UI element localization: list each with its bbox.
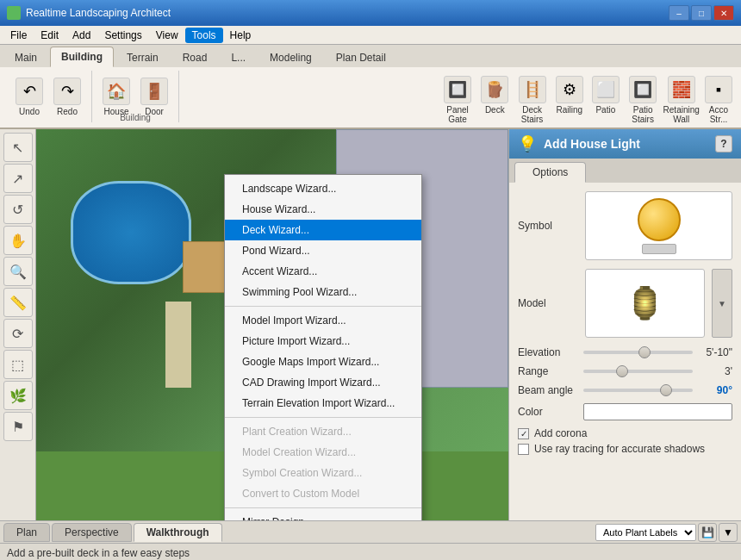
menu-deck-wizard[interactable]: Deck Wizard... <box>225 220 421 240</box>
orbit-tool-button[interactable]: ⟳ <box>3 319 33 348</box>
patio-stairs-icon: 🔲 <box>629 76 657 103</box>
auto-plant-labels-select[interactable]: Auto Plant Labels Manual Labels No Label… <box>595 524 696 541</box>
undo-label: Undo <box>19 107 40 116</box>
beam-angle-slider[interactable] <box>583 389 693 392</box>
statusbar: Add a pre-built deck in a few easy steps <box>0 543 741 560</box>
tab-modeling[interactable]: Modeling <box>258 47 323 67</box>
deck-icon: 🪵 <box>481 76 508 103</box>
menu-google-maps-wizard[interactable]: Google Maps Import Wizard... <box>225 352 421 372</box>
menu-view[interactable]: View <box>149 28 185 43</box>
ribbon-tabs: Main Building Terrain Road L... Modeling… <box>0 45 741 67</box>
ribbon-house-button[interactable]: 🏠 House <box>99 76 134 118</box>
menu-file[interactable]: File <box>3 28 34 43</box>
separator-1 <box>225 306 421 307</box>
tab-building[interactable]: Building <box>50 47 114 67</box>
tab-l[interactable]: L... <box>220 47 257 67</box>
menu-model-import-wizard[interactable]: Model Import Wizard... <box>225 310 421 331</box>
tab-plan-detail[interactable]: Plan Detail <box>325 47 397 67</box>
menu-add[interactable]: Add <box>65 28 97 43</box>
canvas-area[interactable]: Landscape Wizard... House Wizard... Deck… <box>36 129 508 520</box>
rotate-tool-button[interactable]: ↺ <box>3 195 33 224</box>
zoom-tool-button[interactable]: 🔍 <box>3 257 33 286</box>
panel-help-button[interactable]: ? <box>715 135 732 152</box>
range-slider-row: Range 3' <box>518 365 732 377</box>
elevation-label: Elevation <box>518 346 578 358</box>
menu-swimming-pool-wizard[interactable]: Swimming Pool Wizard... <box>225 282 421 302</box>
tab-perspective[interactable]: Perspective <box>52 523 132 542</box>
panel-gate-label: Panel Gate <box>443 105 473 124</box>
model-lamp-icon: 🏮 <box>626 285 664 321</box>
close-button[interactable]: ✕ <box>713 5 734 21</box>
titlebar: Realtime Landscaping Architect – □ ✕ <box>0 0 741 26</box>
range-thumb[interactable] <box>616 365 628 377</box>
tab-plan[interactable]: Plan <box>3 523 50 542</box>
menu-picture-import-wizard[interactable]: Picture Import Wizard... <box>225 331 421 352</box>
ribbon-undo-button[interactable]: ↶ Undo <box>12 76 47 118</box>
patio-icon: ⬜ <box>592 76 620 103</box>
pool-element <box>71 181 191 284</box>
panel-header: 💡 Add House Light ? <box>509 129 741 159</box>
tab-options-button[interactable]: Options <box>514 162 586 183</box>
menu-settings[interactable]: Settings <box>97 28 148 43</box>
tab-road[interactable]: Road <box>171 47 219 67</box>
ribbon-deck-stairs-button[interactable]: 🪜 Deck Stairs <box>514 74 551 126</box>
plant-tool-button[interactable]: 🌿 <box>3 381 33 410</box>
panel-tabs: Options <box>509 159 741 183</box>
select-tool-button[interactable]: ↖ <box>3 133 33 162</box>
tab-terrain[interactable]: Terrain <box>115 47 170 67</box>
ribbon-door-button[interactable]: 🚪 Door <box>137 76 171 118</box>
beam-angle-thumb[interactable] <box>660 384 672 396</box>
menu-edit[interactable]: Edit <box>34 28 65 43</box>
door-icon: 🚪 <box>140 78 168 105</box>
tab-walkthrough[interactable]: Walkthrough <box>134 523 222 542</box>
export-button[interactable]: 💾 <box>698 523 717 542</box>
range-value: 3' <box>698 365 732 377</box>
hand-tool-button[interactable]: ✋ <box>3 226 33 255</box>
acco-str-icon: ▪ <box>705 76 732 103</box>
menu-mirror-design[interactable]: Mirror Design... <box>225 512 421 520</box>
menu-tools[interactable]: Tools <box>185 28 223 43</box>
ribbon-patio-button[interactable]: ⬜ Patio <box>588 74 623 116</box>
panel-body: Symbol Model 🏮 ▼ El <box>509 183 741 520</box>
maximize-button[interactable]: □ <box>691 5 712 21</box>
ribbon-group-undoredo: ↶ Undo ↷ Redo <box>5 71 92 122</box>
ribbon-redo-button[interactable]: ↷ Redo <box>50 76 84 118</box>
symbol-preview[interactable] <box>585 191 732 260</box>
symbol-label: Symbol <box>518 220 578 232</box>
menu-help[interactable]: Help <box>223 28 258 43</box>
ribbon-retaining-wall-button[interactable]: 🧱 Retaining Wall <box>663 74 700 126</box>
menu-landscape-wizard[interactable]: Landscape Wizard... <box>225 178 421 199</box>
menu-house-wizard[interactable]: House Wizard... <box>225 199 421 220</box>
ribbon-railing-button[interactable]: ⚙ Railing <box>552 74 587 116</box>
ribbon-deck-button[interactable]: 🪵 Deck <box>477 74 512 116</box>
ribbon-acco-str-button[interactable]: ▪ Acco Str... <box>701 74 736 126</box>
menu-terrain-elevation-wizard[interactable]: Terrain Elevation Import Wizard... <box>225 393 421 414</box>
range-label: Range <box>518 365 578 377</box>
frame-tool-button[interactable]: ⬚ <box>3 350 33 379</box>
tab-main[interactable]: Main <box>3 47 48 67</box>
ribbon-patio-stairs-button[interactable]: 🔲 Patio Stairs <box>625 74 662 126</box>
color-row: Color <box>518 403 732 420</box>
minimize-button[interactable]: – <box>669 5 689 21</box>
ray-tracing-label: Use ray tracing for accurate shadows <box>534 443 705 455</box>
menu-convert-custom-model: Convert to Custom Model <box>225 483 421 504</box>
elevation-slider[interactable] <box>583 351 693 354</box>
elevation-thumb[interactable] <box>638 346 651 358</box>
flag-tool-button[interactable]: ⚑ <box>3 412 33 441</box>
color-swatch[interactable] <box>583 403 732 420</box>
settings-small-button[interactable]: ▼ <box>719 523 738 542</box>
menu-cad-drawing-wizard[interactable]: CAD Drawing Import Wizard... <box>225 372 421 393</box>
add-corona-row: Add corona <box>518 427 732 439</box>
measure-tool-button[interactable]: 📏 <box>3 288 33 317</box>
model-preview[interactable]: 🏮 <box>585 269 705 338</box>
ray-tracing-checkbox[interactable] <box>518 444 529 455</box>
ribbon: Main Building Terrain Road L... Modeling… <box>0 45 741 129</box>
menu-accent-wizard[interactable]: Accent Wizard... <box>225 261 421 282</box>
add-corona-checkbox[interactable] <box>518 428 529 439</box>
range-slider[interactable] <box>583 370 693 373</box>
ribbon-panel-gate-button[interactable]: 🔲 Panel Gate <box>439 74 476 126</box>
pan-tool-button[interactable]: ↗ <box>3 164 33 193</box>
model-dropdown-button[interactable]: ▼ <box>712 269 732 338</box>
menu-pond-wizard[interactable]: Pond Wizard... <box>225 240 421 261</box>
redo-label: Redo <box>57 107 78 116</box>
